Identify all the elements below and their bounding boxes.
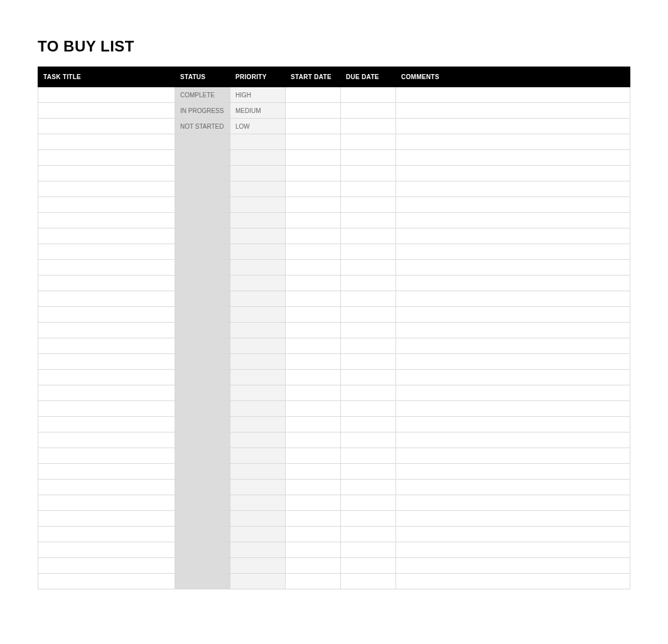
cell-start-date[interactable] <box>286 228 341 244</box>
cell-due-date[interactable] <box>341 291 396 307</box>
cell-comments[interactable] <box>396 448 630 464</box>
cell-start-date[interactable] <box>286 197 341 213</box>
cell-status[interactable] <box>175 417 230 432</box>
cell-priority[interactable] <box>230 432 286 448</box>
cell-start-date[interactable] <box>286 354 341 370</box>
cell-priority[interactable] <box>230 574 286 589</box>
cell-task-title[interactable] <box>38 542 175 558</box>
cell-start-date[interactable] <box>286 370 341 385</box>
cell-due-date[interactable] <box>341 495 396 511</box>
cell-priority[interactable] <box>230 244 286 260</box>
cell-start-date[interactable] <box>286 480 341 495</box>
cell-start-date[interactable] <box>286 511 341 527</box>
cell-start-date[interactable] <box>286 527 341 542</box>
cell-start-date[interactable] <box>286 338 341 354</box>
cell-task-title[interactable] <box>38 307 175 323</box>
cell-priority[interactable] <box>230 370 286 385</box>
cell-due-date[interactable] <box>341 464 396 480</box>
cell-comments[interactable] <box>396 103 630 119</box>
cell-comments[interactable] <box>396 401 630 417</box>
cell-task-title[interactable] <box>38 574 175 589</box>
cell-priority[interactable] <box>230 542 286 558</box>
cell-task-title[interactable] <box>38 417 175 432</box>
cell-status[interactable] <box>175 150 230 166</box>
cell-priority[interactable] <box>230 558 286 574</box>
cell-status[interactable]: COMPLETE <box>175 87 230 103</box>
cell-due-date[interactable] <box>341 370 396 385</box>
cell-start-date[interactable] <box>286 166 341 181</box>
cell-status[interactable] <box>175 338 230 354</box>
cell-status[interactable] <box>175 511 230 527</box>
cell-priority[interactable] <box>230 228 286 244</box>
cell-priority[interactable] <box>230 480 286 495</box>
cell-start-date[interactable] <box>286 276 341 291</box>
cell-comments[interactable] <box>396 464 630 480</box>
cell-start-date[interactable] <box>286 385 341 401</box>
cell-task-title[interactable] <box>38 448 175 464</box>
cell-comments[interactable] <box>396 323 630 338</box>
cell-due-date[interactable] <box>341 527 396 542</box>
cell-priority[interactable] <box>230 166 286 181</box>
cell-comments[interactable] <box>396 291 630 307</box>
cell-due-date[interactable] <box>341 338 396 354</box>
cell-task-title[interactable] <box>38 291 175 307</box>
cell-comments[interactable] <box>396 119 630 134</box>
cell-priority[interactable] <box>230 213 286 228</box>
cell-comments[interactable] <box>396 432 630 448</box>
cell-start-date[interactable] <box>286 260 341 276</box>
cell-due-date[interactable] <box>341 181 396 197</box>
cell-due-date[interactable] <box>341 448 396 464</box>
cell-task-title[interactable] <box>38 385 175 401</box>
cell-task-title[interactable] <box>38 103 175 119</box>
cell-task-title[interactable] <box>38 166 175 181</box>
cell-start-date[interactable] <box>286 291 341 307</box>
cell-due-date[interactable] <box>341 385 396 401</box>
cell-task-title[interactable] <box>38 432 175 448</box>
cell-due-date[interactable] <box>341 244 396 260</box>
cell-due-date[interactable] <box>341 417 396 432</box>
cell-due-date[interactable] <box>341 307 396 323</box>
cell-task-title[interactable] <box>38 495 175 511</box>
cell-priority[interactable] <box>230 323 286 338</box>
cell-priority[interactable]: LOW <box>230 119 286 134</box>
cell-start-date[interactable] <box>286 558 341 574</box>
cell-priority[interactable] <box>230 448 286 464</box>
cell-task-title[interactable] <box>38 134 175 150</box>
cell-priority[interactable] <box>230 495 286 511</box>
cell-comments[interactable] <box>396 527 630 542</box>
cell-priority[interactable] <box>230 197 286 213</box>
cell-comments[interactable] <box>396 150 630 166</box>
cell-task-title[interactable] <box>38 323 175 338</box>
cell-due-date[interactable] <box>341 213 396 228</box>
cell-task-title[interactable] <box>38 119 175 134</box>
cell-comments[interactable] <box>396 197 630 213</box>
cell-status[interactable] <box>175 354 230 370</box>
cell-task-title[interactable] <box>38 464 175 480</box>
cell-due-date[interactable] <box>341 228 396 244</box>
cell-task-title[interactable] <box>38 480 175 495</box>
cell-status[interactable] <box>175 527 230 542</box>
cell-status[interactable] <box>175 574 230 589</box>
cell-start-date[interactable] <box>286 244 341 260</box>
cell-task-title[interactable] <box>38 213 175 228</box>
cell-status[interactable] <box>175 370 230 385</box>
cell-status[interactable] <box>175 213 230 228</box>
cell-start-date[interactable] <box>286 87 341 103</box>
cell-comments[interactable] <box>396 338 630 354</box>
cell-status[interactable] <box>175 291 230 307</box>
cell-due-date[interactable] <box>341 166 396 181</box>
cell-due-date[interactable] <box>341 401 396 417</box>
cell-priority[interactable] <box>230 401 286 417</box>
cell-due-date[interactable] <box>341 480 396 495</box>
cell-comments[interactable] <box>396 228 630 244</box>
cell-comments[interactable] <box>396 370 630 385</box>
cell-due-date[interactable] <box>341 354 396 370</box>
cell-priority[interactable] <box>230 291 286 307</box>
cell-priority[interactable] <box>230 511 286 527</box>
cell-priority[interactable] <box>230 276 286 291</box>
cell-status[interactable] <box>175 228 230 244</box>
cell-start-date[interactable] <box>286 574 341 589</box>
cell-priority[interactable]: HIGH <box>230 87 286 103</box>
cell-due-date[interactable] <box>341 119 396 134</box>
cell-comments[interactable] <box>396 511 630 527</box>
